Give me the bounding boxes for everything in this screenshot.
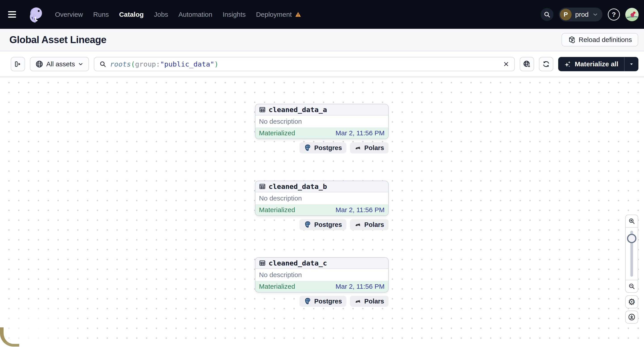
materialize-options-caret[interactable] xyxy=(624,57,638,71)
asset-status: Materialized xyxy=(259,283,295,290)
asset-scope-dropdown[interactable]: All assets xyxy=(30,57,89,71)
refresh-icon[interactable] xyxy=(539,57,553,71)
asset-tag-row: Postgres Polars xyxy=(255,296,388,307)
tag-polars[interactable]: Polars xyxy=(350,142,388,153)
postgres-icon xyxy=(304,298,312,305)
nav-right-cluster: P prod ? xyxy=(540,7,639,21)
download-icon xyxy=(628,313,636,321)
asset-selection-input[interactable]: roots(group:"public_data") xyxy=(94,57,515,71)
zoom-slider-thumb[interactable] xyxy=(627,234,636,243)
asset-description: No description xyxy=(259,118,302,125)
asset-selection-query: roots(group:"public_data") xyxy=(110,60,218,68)
corner-artifact xyxy=(0,327,19,347)
nav-item-catalog[interactable]: Catalog xyxy=(119,11,144,18)
graph-settings-button[interactable]: ⚙ xyxy=(625,296,638,308)
dagster-logo-icon[interactable] xyxy=(27,6,45,23)
zoom-in-icon[interactable] xyxy=(626,215,638,228)
tag-polars[interactable]: Polars xyxy=(350,219,388,230)
sparkles-icon xyxy=(564,60,572,68)
asset-materialized-timestamp[interactable]: Mar 2, 11:56 PM xyxy=(336,283,384,290)
user-avatar[interactable] xyxy=(625,8,639,21)
nav-item-overview[interactable]: Overview xyxy=(55,11,83,18)
asset-name: cleaned_data_a xyxy=(268,106,327,114)
asset-materialized-timestamp[interactable]: Mar 2, 11:56 PM xyxy=(336,129,384,137)
zoom-control xyxy=(625,215,638,293)
zoom-out-icon[interactable] xyxy=(626,280,638,292)
search-icon[interactable] xyxy=(540,8,554,21)
toggle-left-panel-button[interactable] xyxy=(11,57,25,71)
environment-name: prod xyxy=(575,11,588,18)
asset-node-header: cleaned_data_c xyxy=(256,258,388,269)
tag-polars[interactable]: Polars xyxy=(350,296,388,307)
reload-definitions-icon xyxy=(568,36,576,44)
clear-query-icon[interactable] xyxy=(503,61,510,67)
nav-item-insights[interactable]: Insights xyxy=(222,11,246,18)
page-header: Global Asset Lineage Reload definitions xyxy=(0,29,644,51)
asset-status: Materialized xyxy=(259,129,295,137)
nav-item-jobs[interactable]: Jobs xyxy=(154,11,168,18)
tag-postgres[interactable]: Postgres xyxy=(300,296,346,307)
top-nav: Overview Runs Catalog Jobs Automation In… xyxy=(0,0,644,29)
asset-tag-row: Postgres Polars xyxy=(255,142,388,153)
asset-node-header: cleaned_data_b xyxy=(256,181,388,192)
table-icon xyxy=(259,260,266,266)
asset-status: Materialized xyxy=(259,206,295,214)
postgres-icon xyxy=(304,221,312,228)
environment-switcher[interactable]: P prod xyxy=(559,7,602,21)
page-title: Global Asset Lineage xyxy=(10,34,106,45)
chevron-down-icon xyxy=(78,61,84,67)
asset-description: No description xyxy=(259,195,302,202)
table-icon xyxy=(259,106,266,113)
polars-icon xyxy=(354,221,362,228)
asset-node-cleaned-data-c[interactable]: cleaned_data_c No description Materializ… xyxy=(255,257,388,293)
asset-description: No description xyxy=(259,271,302,279)
asset-tag-row: Postgres Polars xyxy=(255,219,388,230)
gear-icon: ⚙ xyxy=(628,298,636,306)
help-icon[interactable]: ? xyxy=(608,8,620,20)
table-icon xyxy=(259,183,266,190)
materialize-all-button[interactable]: Materialize all xyxy=(558,57,624,71)
asset-node-header: cleaned_data_a xyxy=(256,104,388,115)
asset-name: cleaned_data_c xyxy=(268,259,327,267)
nav-item-runs[interactable]: Runs xyxy=(93,11,109,18)
warning-icon xyxy=(295,11,301,18)
download-image-button[interactable] xyxy=(625,311,638,324)
corner-sheen xyxy=(0,298,87,347)
lineage-graph-canvas[interactable]: cleaned_data_a No description Materializ… xyxy=(0,77,644,347)
zoom-slider xyxy=(626,228,638,280)
asset-materialized-timestamp[interactable]: Mar 2, 11:56 PM xyxy=(336,206,384,214)
nav-item-automation[interactable]: Automation xyxy=(178,11,212,18)
search-icon xyxy=(99,60,106,68)
polars-icon xyxy=(354,144,362,151)
nav-item-deployment[interactable]: Deployment xyxy=(256,11,301,18)
globe-add-button[interactable] xyxy=(520,57,534,71)
chevron-down-icon xyxy=(592,11,598,18)
lineage-toolbar: All assets roots(group:"public_data") xyxy=(0,51,644,77)
asset-name: cleaned_data_b xyxy=(268,182,327,190)
asset-node-cleaned-data-b[interactable]: cleaned_data_b No description Materializ… xyxy=(255,181,388,216)
reload-definitions-button[interactable]: Reload definitions xyxy=(562,33,638,46)
polars-icon xyxy=(354,298,362,305)
postgres-icon xyxy=(304,144,312,152)
hamburger-menu-icon[interactable] xyxy=(8,7,22,22)
environment-avatar: P xyxy=(560,9,572,20)
main-nav-menu: Overview Runs Catalog Jobs Automation In… xyxy=(55,11,301,18)
tag-postgres[interactable]: Postgres xyxy=(300,219,346,230)
asset-node-cleaned-data-a[interactable]: cleaned_data_a No description Materializ… xyxy=(255,104,388,139)
materialize-all-split-button: Materialize all xyxy=(558,57,638,71)
globe-icon xyxy=(35,60,43,68)
tag-postgres[interactable]: Postgres xyxy=(300,142,346,153)
